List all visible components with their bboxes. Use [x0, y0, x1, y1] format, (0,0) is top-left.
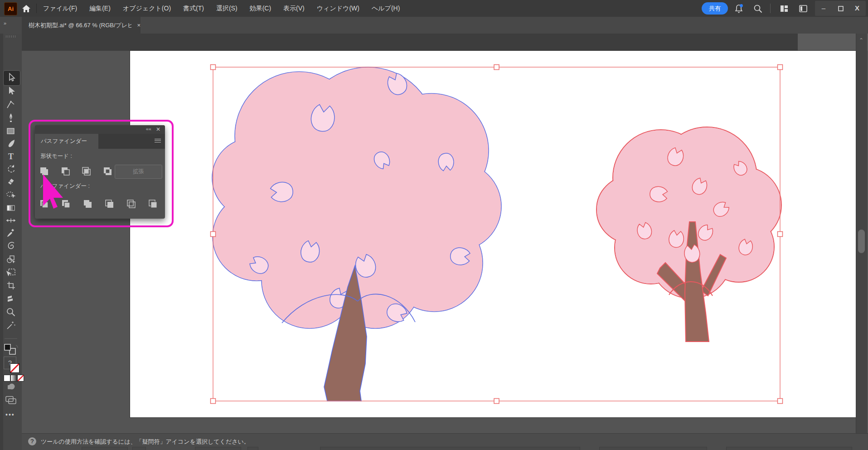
toolbar-divider	[5, 338, 17, 339]
edge-box	[247, 447, 258, 450]
maximize-icon[interactable]	[833, 1, 849, 15]
pathfinder-merge-button[interactable]	[82, 198, 93, 210]
gradient-swatch[interactable]	[10, 375, 17, 382]
scrollbar-thumb[interactable]	[858, 230, 865, 253]
rotate-tool[interactable]	[5, 164, 16, 175]
pen-tool[interactable]	[5, 112, 16, 123]
scroll-up-arrow-icon[interactable]: ⌃	[858, 37, 864, 44]
edit-toolbar-ellipsis[interactable]: •••	[5, 411, 16, 418]
toolbar: T ? •••	[0, 34, 22, 450]
panel-menu-icon[interactable]	[155, 139, 161, 144]
status-message: ツールの使用方法を確認するには、「疑問符」アイコンを選択してください。	[41, 438, 250, 446]
menu-select[interactable]: 選択(S)	[216, 5, 238, 13]
pathfinder-label: パスファインダー :	[40, 182, 90, 190]
symbol-sprayer-tool[interactable]	[5, 241, 16, 252]
shape-builder-tool[interactable]	[5, 254, 16, 265]
workspace-layout-icon[interactable]	[779, 3, 790, 14]
drawing-mode-button[interactable]	[5, 382, 16, 391]
menu-file[interactable]: ファイル(F)	[43, 5, 77, 13]
pathfinder-trim-button[interactable]	[60, 198, 72, 210]
tab-close-icon[interactable]: ×	[137, 22, 141, 29]
slice-tool[interactable]	[5, 280, 16, 291]
document-arrange-icon[interactable]	[798, 3, 809, 14]
close-panel-icon[interactable]: ✕	[156, 126, 160, 132]
screen-mode-button[interactable]	[5, 396, 17, 405]
none-fill-swatch[interactable]	[10, 363, 19, 373]
pathfinder-panel: «« ✕ パスファインダー 形状モード : 拡張 パスファインダー :	[35, 125, 165, 219]
selection-tool[interactable]	[5, 72, 16, 83]
magic-wand-tool[interactable]	[5, 320, 16, 331]
shape-mode-label: 形状モード :	[40, 152, 72, 160]
titlebar-divider	[770, 4, 771, 13]
pathfinder-divide-button[interactable]	[38, 198, 50, 210]
edge-box	[320, 447, 580, 450]
menu-edit[interactable]: 編集(E)	[89, 5, 111, 13]
curvature-tool[interactable]	[5, 99, 16, 110]
menu-effect[interactable]: 効果(C)	[250, 5, 271, 13]
menu-help[interactable]: ヘルプ(H)	[372, 5, 400, 13]
eyedropper-tool[interactable]	[5, 228, 16, 239]
toolbar-grip-icon[interactable]	[6, 35, 17, 38]
notifications-bell-icon[interactable]	[733, 3, 744, 14]
menu-type[interactable]: 書式(T)	[183, 5, 204, 13]
pathfinder-outline-button[interactable]	[125, 198, 137, 210]
none-swatch[interactable]	[17, 375, 24, 382]
edge-box	[132, 447, 146, 450]
artboard-tool[interactable]	[5, 267, 16, 278]
width-tool[interactable]	[5, 215, 16, 226]
menu-object[interactable]: オブジェクト(O)	[123, 5, 171, 13]
gradient-tool[interactable]	[5, 202, 16, 213]
edge-box	[726, 447, 852, 450]
close-icon[interactable]: X	[849, 1, 865, 15]
toolbar-edge-strip	[0, 34, 3, 450]
menu-divider	[36, 4, 37, 13]
minimize-icon[interactable]: –	[816, 1, 831, 15]
eraser-tool[interactable]	[5, 176, 16, 187]
document-tab[interactable]: 樹木初期型.ai* @ 66.67 % (RGB/プレビュー) ×	[22, 17, 141, 34]
menu-window[interactable]: ウィンドウ(W)	[317, 5, 359, 13]
zoom-tool[interactable]	[5, 307, 16, 318]
search-icon[interactable]	[752, 3, 763, 14]
document-tab-title: 樹木初期型.ai* @ 66.67 % (RGB/プレビュー)	[22, 21, 131, 29]
edge-box	[82, 447, 128, 450]
app-logo-icon[interactable]: Ai	[4, 2, 17, 15]
type-tool[interactable]: T	[5, 151, 16, 162]
canvas-edge-band	[22, 34, 798, 51]
menu-view[interactable]: 表示(V)	[283, 5, 305, 13]
shape-mode-exclude-button[interactable]	[102, 165, 113, 177]
direct-selection-tool[interactable]	[5, 86, 16, 97]
menu-items: ファイル(F) 編集(E) オブジェクト(O) 書式(T) 選択(S) 効果(C…	[43, 0, 400, 17]
expand-button[interactable]: 拡張	[115, 165, 162, 179]
edge-box	[195, 447, 241, 450]
share-button[interactable]: 共有	[702, 2, 728, 15]
shape-mode-minus-front-button[interactable]	[59, 165, 71, 177]
menu-bar: Ai ファイル(F) 編集(E) オブジェクト(O) 書式(T) 選択(S) 効…	[0, 0, 868, 17]
vertical-scrollbar[interactable]: ⌃	[856, 34, 867, 433]
pathfinder-minus-back-button[interactable]	[147, 198, 159, 210]
shape-mode-intersect-button[interactable]	[80, 165, 92, 177]
shape-mode-unite-button[interactable]	[38, 165, 50, 177]
paintbrush-tool[interactable]	[5, 138, 16, 149]
expand-panels-chevron-icon[interactable]: »	[4, 20, 6, 26]
pathfinder-crop-button[interactable]	[103, 198, 115, 210]
illustrator-window: { "app": {"name": "Adobe Illustrator", "…	[0, 0, 868, 450]
help-circle-icon[interactable]: ?	[28, 437, 36, 445]
home-icon[interactable]	[21, 3, 32, 14]
document-area: ⌃	[22, 34, 868, 433]
collapse-panel-icon[interactable]: ««	[146, 126, 151, 132]
edge-box	[599, 447, 707, 450]
fill-stroke-indicator[interactable]	[4, 344, 19, 357]
document-tab-bar: » 樹木初期型.ai* @ 66.67 % (RGB/プレビュー) ×	[0, 17, 868, 34]
status-bar: ? ツールの使用方法を確認するには、「疑問符」アイコンを選択してください。	[22, 433, 868, 450]
svg-text:T: T	[8, 152, 14, 161]
artboard[interactable]	[130, 51, 856, 417]
rotate-view-tool[interactable]	[5, 189, 16, 200]
panel-header[interactable]: «« ✕	[35, 125, 165, 134]
graph-tool[interactable]	[5, 293, 16, 304]
pathfinder-panel-tab[interactable]: パスファインダー	[35, 134, 98, 149]
color-swatch[interactable]	[4, 375, 10, 382]
panel-tab-strip: パスファインダー	[35, 134, 165, 149]
rectangle-tool[interactable]	[5, 126, 16, 137]
